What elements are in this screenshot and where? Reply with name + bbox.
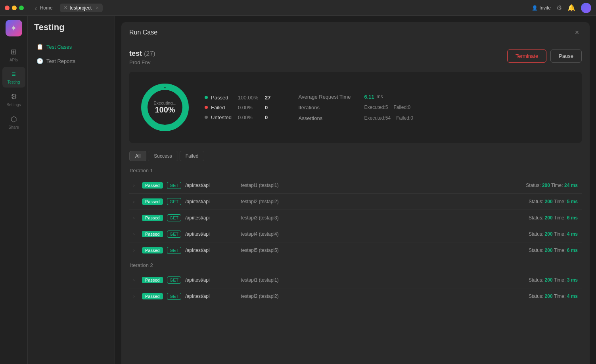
close-traffic-light[interactable]: [5, 6, 10, 10]
run-env: Prod Env: [129, 59, 155, 65]
home-icon: ⌂: [35, 6, 38, 10]
project-icon: ✕: [64, 5, 67, 10]
modal-title: Run Case: [129, 29, 157, 36]
right-stats: Average Request Time 6.11 ms Iterations …: [298, 94, 413, 121]
left-panel-title: Testing: [33, 22, 110, 32]
invite-button[interactable]: 👤 Invite: [532, 5, 551, 11]
filter-all[interactable]: All: [129, 151, 146, 161]
method-badge: GET: [167, 182, 182, 189]
invite-icon: 👤: [532, 5, 538, 11]
sidebar-item-apis[interactable]: ⊞ APIs: [2, 44, 25, 65]
test-status: Status: 200 Time: 6 ms: [529, 215, 578, 221]
bell-icon[interactable]: 🔔: [567, 4, 575, 11]
test-cases-icon: 📋: [36, 44, 43, 50]
legend-failed: Failed 0.00% 0: [205, 105, 270, 111]
table-row: › Passed GET /api/test/api testapi4 (tes…: [129, 226, 582, 242]
settings-label: Settings: [6, 103, 21, 107]
table-row: › Passed GET /api/test/api testapi3 (tes…: [129, 210, 582, 226]
modal-close-button[interactable]: ×: [572, 28, 582, 37]
titlebar: ⌂ Home ✕ testproject ✕ 👤 Invite ⚙ 🔔: [0, 0, 596, 16]
test-path: /api/test/api: [185, 231, 237, 237]
method-badge: GET: [167, 231, 182, 238]
donut-percent: 100%: [153, 105, 176, 114]
nav-test-cases[interactable]: 📋 Test Cases: [33, 40, 110, 53]
run-case-modal: Run Case × test (27) Prod Env: [121, 22, 590, 364]
legend-passed: Passed 100.00% 27: [205, 95, 270, 101]
tab-close-icon[interactable]: ✕: [96, 6, 99, 10]
iterations-label: Iterations: [298, 105, 362, 111]
app-logo: ✦: [6, 20, 22, 36]
legend-untested: Untested 0.00% 0: [205, 114, 270, 120]
share-label: Share: [8, 125, 19, 130]
method-badge: GET: [167, 247, 182, 254]
iteration-2-label: Iteration 2: [129, 262, 582, 268]
chevron-right-icon[interactable]: ›: [133, 200, 138, 204]
chevron-right-icon[interactable]: ›: [133, 183, 138, 188]
chevron-right-icon[interactable]: ›: [133, 278, 138, 282]
status-badge: Passed: [142, 231, 163, 237]
iteration-1-label: Iteration 1: [129, 168, 582, 173]
apis-icon: ⊞: [11, 48, 17, 56]
project-tab[interactable]: ✕ testproject ✕: [60, 4, 103, 12]
method-badge: GET: [167, 198, 182, 205]
avg-request-row: Average Request Time 6.11 ms: [298, 94, 413, 100]
sidebar: ✦ ⊞ APIs ≡ Testing ⚙ Settings ⬡ Share: [0, 16, 28, 364]
avatar[interactable]: [581, 3, 591, 13]
left-panel: Testing 📋 Test Cases 🕐 Test Reports: [28, 16, 115, 364]
donut-chart: Executing... 100%: [137, 80, 193, 135]
legend: Passed 100.00% 27 Failed 0.00% 0: [205, 95, 270, 120]
assertions-executed: Executed:54: [364, 115, 391, 121]
test-status: Status: 200 Time: 4 ms: [529, 231, 578, 237]
sidebar-item-testing[interactable]: ≡ Testing: [2, 67, 25, 88]
method-badge: GET: [167, 293, 182, 300]
donut-label: Executing... 100%: [153, 101, 176, 114]
iterations-row: Iterations Executed:5 Failed:0: [298, 105, 413, 111]
settings-icon[interactable]: ⚙: [556, 4, 562, 11]
test-path: /api/test/api: [185, 248, 237, 253]
method-badge: GET: [167, 214, 182, 221]
test-status: Status: 200 Time: 3 ms: [529, 277, 578, 283]
testing-label: Testing: [8, 80, 20, 84]
chevron-right-icon[interactable]: ›: [133, 294, 138, 299]
table-row: › Passed GET /api/test/api testapi2 (tes…: [129, 194, 582, 210]
donut-executing-text: Executing...: [153, 101, 176, 105]
sidebar-item-share[interactable]: ⬡ Share: [2, 112, 25, 133]
home-tab[interactable]: ⌂ Home: [31, 4, 57, 12]
minimize-traffic-light[interactable]: [12, 6, 17, 10]
traffic-lights: [5, 6, 24, 10]
project-tab-label: testproject: [70, 5, 92, 11]
nav-test-reports[interactable]: 🕐 Test Reports: [33, 55, 110, 67]
assertions-label: Assertions: [298, 115, 362, 121]
filter-failed[interactable]: Failed: [180, 151, 205, 161]
test-name: testapi5 (testapi5): [241, 248, 525, 253]
main-layout: ✦ ⊞ APIs ≡ Testing ⚙ Settings ⬡ Share Te…: [0, 16, 596, 364]
status-badge: Passed: [142, 277, 163, 283]
chevron-right-icon[interactable]: ›: [133, 248, 138, 253]
status-badge: Passed: [142, 182, 163, 189]
chevron-right-icon[interactable]: ›: [133, 232, 138, 236]
test-name: testapi1 (testapi1): [241, 277, 525, 283]
terminate-button[interactable]: Terminate: [507, 50, 546, 63]
avg-request-label: Average Request Time: [298, 94, 362, 100]
test-reports-label: Test Reports: [46, 58, 75, 64]
test-status: Status: 200 Time: 4 ms: [529, 293, 578, 299]
run-count: (27): [144, 50, 155, 57]
avg-request-value: 6.11: [364, 94, 374, 100]
stats-section: Executing... 100% Passed 100.00% 27: [129, 72, 582, 143]
assertions-row: Assertions Executed:54 Failed:0: [298, 115, 413, 121]
table-row: › Passed GET /api/test/api testapi5 (tes…: [129, 242, 582, 258]
test-cases-label: Test Cases: [46, 44, 72, 50]
assertions-failed: Failed:0: [396, 115, 413, 121]
status-badge: Passed: [142, 215, 163, 221]
pause-button[interactable]: Pause: [550, 50, 582, 63]
table-row: › Passed GET /api/test/api testapi1 (tes…: [129, 272, 582, 288]
test-status: Status: 200 Time: 5 ms: [529, 199, 578, 204]
filter-success[interactable]: Success: [148, 151, 178, 161]
filter-tabs: All Success Failed: [129, 151, 582, 161]
maximize-traffic-light[interactable]: [19, 6, 24, 10]
test-name: testapi2 (testapi2): [241, 199, 525, 204]
test-path: /api/test/api: [185, 277, 237, 283]
chevron-right-icon[interactable]: ›: [133, 216, 138, 220]
sidebar-item-settings[interactable]: ⚙ Settings: [2, 89, 25, 110]
share-icon: ⬡: [11, 115, 17, 124]
